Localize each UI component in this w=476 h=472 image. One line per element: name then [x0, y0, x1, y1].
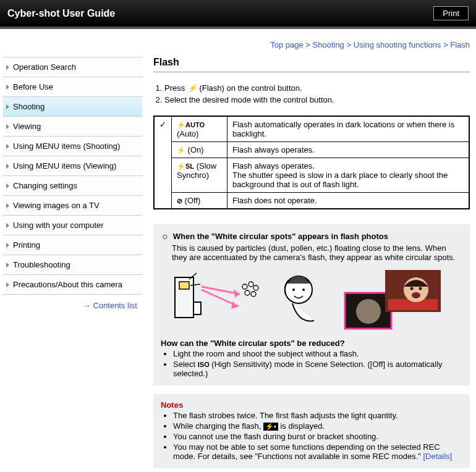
breadcrumb: Top page > Shooting > Using shooting fun…: [0, 29, 476, 57]
sidebar: Operation SearchBefore UseShootingViewin…: [0, 57, 142, 472]
svg-point-9: [242, 284, 247, 289]
table-row: ⚡SL (Slow Synchro)Flash always operates.…: [154, 158, 469, 193]
contents-list-link[interactable]: → Contents list: [3, 295, 142, 316]
flash-mode-icon: ⚡SL: [177, 162, 194, 170]
check-icon: ✓: [154, 116, 172, 209]
mode-desc: Flash always operates. The shutter speed…: [227, 158, 470, 193]
tip-title: When the "White circular spots" appears …: [161, 230, 462, 241]
print-button[interactable]: Print: [433, 6, 469, 20]
svg-point-24: [412, 292, 420, 298]
note-4: You may not be able to set some function…: [173, 442, 462, 461]
sidebar-item-4[interactable]: Using MENU items (Shooting): [3, 137, 142, 156]
main-content: Flash Press ⚡ (Flash) on the control but…: [142, 57, 476, 472]
breadcrumb-top[interactable]: Top page: [270, 40, 304, 49]
mode-cell: ⚡AUTO (Auto): [172, 116, 227, 142]
note-2: While charging the flash, ⚡• is displaye…: [173, 421, 462, 431]
step-2: Select the desired mode with the control…: [164, 95, 470, 104]
tip-bullets: Light the room and shoot the subject wit…: [173, 349, 462, 378]
step-1: Press ⚡ (Flash) on the control button.: [164, 83, 470, 93]
svg-point-18: [356, 299, 381, 324]
tip-body: This is caused by particles (dust, polle…: [172, 243, 462, 262]
table-row: ⊘ (Off)Flash does not operate.: [154, 193, 469, 209]
sidebar-item-2[interactable]: Shooting: [3, 97, 142, 117]
tip-subhead: How can the "White circular spots" be re…: [161, 339, 462, 348]
mode-desc: Flash always operates.: [227, 142, 470, 158]
svg-point-10: [249, 282, 253, 287]
sidebar-item-5[interactable]: Using MENU items (Viewing): [3, 156, 142, 176]
header: Cyber-shot User Guide Print: [0, 0, 476, 29]
svg-point-15: [292, 289, 295, 291]
svg-point-22: [410, 287, 414, 290]
illustration: [172, 268, 462, 330]
svg-rect-1: [193, 302, 201, 314]
breadcrumb-shooting[interactable]: Shooting: [313, 40, 344, 49]
flash-modes-table: ✓⚡AUTO (Auto)Flash automatically operate…: [153, 116, 470, 209]
flash-mode-icon: ⚡AUTO: [177, 121, 205, 129]
sidebar-item-1[interactable]: Before Use: [3, 77, 142, 97]
flash-mode-icon: ⊘: [177, 197, 182, 204]
flash-icon: ⚡: [187, 83, 197, 93]
sidebar-item-10[interactable]: Troubleshooting: [3, 255, 142, 275]
arrow-right-icon: →: [83, 301, 91, 310]
sidebar-item-3[interactable]: Viewing: [3, 117, 142, 137]
svg-point-12: [245, 290, 250, 295]
flash-charge-icon: ⚡•: [263, 423, 278, 431]
steps-list: Press ⚡ (Flash) on the control button. S…: [164, 83, 470, 104]
notes-box: Notes The flash strobes twice. The first…: [153, 394, 470, 468]
svg-point-13: [251, 292, 256, 297]
sidebar-item-0[interactable]: Operation Search: [3, 57, 142, 77]
svg-rect-2: [179, 282, 189, 289]
notes-title: Notes: [161, 400, 462, 410]
header-title: Cyber-shot User Guide: [7, 8, 115, 19]
svg-marker-6: [234, 289, 240, 298]
flash-mode-icon: ⚡: [177, 146, 185, 154]
mode-desc: Flash automatically operates in dark loc…: [227, 116, 470, 142]
mode-cell: ⚡SL (Slow Synchro): [172, 158, 227, 193]
table-row: ✓⚡AUTO (Auto)Flash automatically operate…: [154, 116, 469, 142]
mode-cell: ⊘ (Off): [172, 193, 227, 209]
breadcrumb-functions[interactable]: Using shooting functions: [354, 40, 441, 49]
sidebar-item-8[interactable]: Using with your computer: [3, 216, 142, 235]
mode-desc: Flash does not operate.: [227, 193, 470, 209]
mode-cell: ⚡ (On): [172, 142, 227, 158]
tip-bullet-1: Light the room and shoot the subject wit…: [173, 349, 462, 358]
svg-point-11: [253, 285, 258, 290]
page-title: Flash: [153, 57, 470, 72]
svg-point-16: [302, 289, 305, 291]
sidebar-item-7[interactable]: Viewing images on a TV: [3, 196, 142, 216]
table-row: ⚡ (On)Flash always operates.: [154, 142, 469, 158]
iso-icon: ISO: [198, 361, 210, 368]
note-1: The flash strobes twice. The first flash…: [173, 411, 462, 420]
sidebar-item-6[interactable]: Changing settings: [3, 176, 142, 196]
sidebar-item-9[interactable]: Printing: [3, 235, 142, 255]
note-3: You cannot use the flash during burst or…: [173, 432, 462, 441]
tip-box: When the "White circular spots" appears …: [153, 224, 470, 386]
breadcrumb-flash[interactable]: Flash: [450, 40, 470, 49]
details-link[interactable]: [Details]: [423, 452, 452, 461]
tip-bullet-2: Select ISO (High Sensitivity) mode in Sc…: [173, 360, 462, 378]
svg-point-23: [419, 287, 422, 290]
sidebar-item-11[interactable]: Precautions/About this camera: [3, 275, 142, 295]
